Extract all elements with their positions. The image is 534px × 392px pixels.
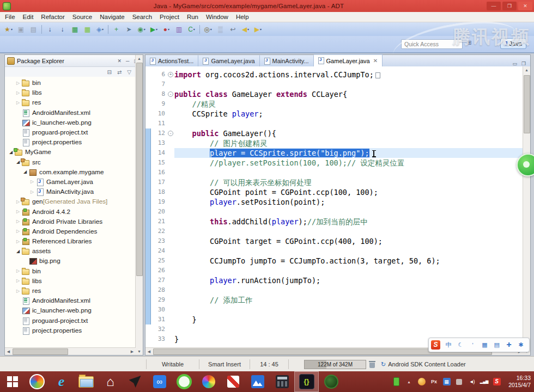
editor-vscroll-thumb[interactable] — [524, 75, 530, 133]
collapsed-arrow-icon[interactable]: ▷ — [15, 229, 21, 234]
color-ball-icon[interactable] — [196, 371, 221, 392]
tree-horizontal-scrollbar[interactable]: ◀ ▶ — [5, 347, 136, 355]
menu-navigate[interactable]: Navigate — [96, 13, 128, 22]
fold-expanded-icon[interactable]: - — [168, 91, 173, 97]
editor-scroll-left-icon[interactable]: ◀ — [145, 348, 153, 355]
dropdown-arrow-icon[interactable]: ▾ — [102, 27, 104, 31]
internet-explorer-icon[interactable]: e — [49, 371, 74, 392]
paper-plane-icon[interactable] — [123, 371, 147, 392]
volume-icon[interactable]: ◄) — [465, 376, 478, 387]
soft-keyboard-icon[interactable]: ▦ — [478, 341, 490, 348]
scroll-up-icon[interactable]: ▲ — [136, 55, 143, 62]
collapse-all-icon[interactable]: ⊟ — [105, 69, 114, 75]
tree-item-mygame[interactable]: ◢MyGame — [5, 147, 135, 157]
scroll-right-icon[interactable]: ▶ — [129, 348, 136, 355]
eclipse-adt-icon[interactable]: {} — [294, 371, 319, 392]
tree-item-libs[interactable]: ▷libs — [5, 88, 135, 97]
small-tray-icon[interactable] — [453, 376, 465, 387]
collapsed-arrow-icon[interactable]: ▷ — [15, 289, 21, 293]
green-ring-icon[interactable] — [172, 371, 196, 392]
file-explorer-icon[interactable] — [74, 371, 98, 392]
orange-ball-tray-icon[interactable] — [415, 376, 428, 387]
profile-icon[interactable]: ●▾ — [161, 24, 172, 34]
tree-item-src[interactable]: ◢src — [5, 157, 135, 167]
tree-item-mainactivity-java[interactable]: ▷JMainActivity.java — [5, 187, 135, 197]
print-icon[interactable]: ▤ — [28, 24, 39, 34]
debug-icon[interactable]: ◉▾ — [136, 24, 147, 34]
minimize-button[interactable]: — — [487, 2, 501, 10]
dropdown-arrow-icon[interactable]: ▾ — [210, 27, 212, 31]
editor-scroll-up-icon[interactable]: ▲ — [523, 66, 530, 74]
tree-item-android-4-4-2[interactable]: ▷Android 4.4.2 — [5, 206, 135, 216]
start-button[interactable] — [0, 371, 25, 392]
menu-refactor[interactable]: Refactor — [37, 13, 68, 22]
tree-item-bin[interactable]: ▷bin — [5, 78, 135, 88]
menu-help[interactable]: Help — [232, 13, 253, 22]
red-flag-icon[interactable] — [221, 371, 245, 392]
collapsed-arrow-icon[interactable]: ▷ — [15, 209, 21, 214]
clipboard-icon[interactable]: ▤ — [491, 341, 503, 348]
sogou-tray-icon[interactable]: S — [490, 376, 503, 387]
infinity-app-icon[interactable]: ∞ — [147, 371, 172, 392]
close-button[interactable]: ✕ — [518, 2, 532, 10]
code-editor[interactable]: 6+import org.cocos2d.actions.interval.CC… — [145, 66, 523, 348]
menu-project[interactable]: Project — [156, 13, 183, 22]
tree-item-com-example-mygame[interactable]: ◢com.example.mygame — [5, 167, 135, 177]
collapsed-arrow-icon[interactable]: ▷ — [29, 189, 35, 194]
tab-close-icon[interactable]: ✕ — [373, 58, 378, 64]
restore-button[interactable]: ❐ — [502, 2, 517, 10]
sogou-logo-icon[interactable]: S — [431, 340, 440, 350]
dropdown-arrow-icon[interactable]: ▾ — [144, 27, 145, 31]
network-icon[interactable]: ▂▄▆ — [478, 376, 490, 387]
editor-tab-gamelayer-java[interactable]: GameLayer.java — [198, 55, 259, 66]
tree-item-androidmanifest-xml[interactable]: AndroidManifest.xml — [5, 296, 135, 305]
tree-vertical-scrollbar[interactable]: ▲ ▼ — [135, 55, 143, 355]
tree-item-android-private-libraries[interactable]: ▷Android Private Libraries — [5, 217, 135, 226]
export-jar-icon[interactable]: ↓ — [44, 24, 56, 34]
collapsed-arrow-icon[interactable]: ▷ — [15, 81, 21, 85]
collapsed-arrow-icon[interactable]: ▷ — [15, 268, 21, 273]
back-icon[interactable]: ◀▾ — [240, 24, 251, 34]
import-jar-icon[interactable]: ↓ — [57, 24, 68, 34]
collapsed-arrow-icon[interactable]: ▷ — [15, 90, 21, 95]
tree-item-gen[interactable]: ▷gen [Generated Java Files] — [5, 197, 135, 206]
expanded-arrow-icon[interactable]: ◢ — [15, 249, 21, 254]
dropdown-arrow-icon[interactable]: ▾ — [247, 27, 249, 31]
collapsed-arrow-icon[interactable]: ▷ — [29, 179, 35, 184]
new-wizard-icon[interactable]: ★▾ — [3, 24, 14, 34]
phone-tray-icon[interactable] — [390, 376, 403, 387]
quick-access-input[interactable]: Quick Access — [401, 39, 463, 49]
view-close-icon[interactable]: ✕ — [116, 58, 124, 64]
tree-item-android-dependencies[interactable]: ▷Android Dependencies — [5, 226, 135, 236]
search-icon[interactable]: ◎▾ — [202, 24, 214, 34]
browser-360-icon[interactable] — [25, 371, 49, 392]
calculator-icon[interactable] — [270, 371, 294, 392]
px-tray-icon[interactable]: Px — [428, 376, 440, 387]
tree-item-proguard-project-txt[interactable]: proguard-project.txt — [5, 316, 135, 326]
tree-item-libs[interactable]: ▷libs — [5, 276, 135, 286]
fold-collapsed-icon[interactable]: + — [168, 72, 173, 77]
menu-edit[interactable]: Edit — [19, 13, 38, 22]
menu-search[interactable]: Search — [129, 13, 156, 22]
skin-icon[interactable]: ✚ — [503, 341, 515, 348]
tree-item-ic-launcher-web-png[interactable]: ic_launcher-web.png — [5, 118, 135, 127]
taskbar-clock[interactable]: 16:33 2015/4/7 — [508, 375, 534, 389]
menu-file[interactable]: File — [1, 13, 19, 22]
new-java-project-icon[interactable]: + — [111, 24, 122, 34]
mark-occurrences-icon[interactable]: ▒ — [215, 24, 226, 34]
save-icon[interactable]: ▣ — [15, 24, 27, 34]
tree-item-project-properties[interactable]: project.properties — [5, 326, 135, 335]
tree-item-androidmanifest-xml[interactable]: AndroidManifest.xml — [5, 108, 135, 118]
minimize-editor-icon[interactable]: ▭ — [510, 61, 519, 66]
scroll-left-icon[interactable]: ◀ — [5, 348, 12, 355]
run-icon[interactable]: ▶▾ — [148, 24, 160, 34]
home-icon[interactable]: ⌂ — [98, 371, 123, 392]
editor-tab-actionstest---[interactable]: ActionsTest... — [145, 55, 198, 66]
dropdown-arrow-icon[interactable]: ▾ — [260, 27, 262, 31]
dropdown-arrow-icon[interactable]: ▾ — [11, 27, 13, 31]
run-garbage-collector-button[interactable] — [369, 361, 375, 368]
scroll-down-icon[interactable]: ▼ — [136, 348, 143, 355]
show-hidden-icons[interactable]: ▴ — [403, 376, 415, 387]
editor-vertical-scrollbar[interactable]: ▲ ▼ — [523, 66, 530, 355]
editor-tab-mainactivity---[interactable]: MainActivity... — [260, 55, 314, 66]
